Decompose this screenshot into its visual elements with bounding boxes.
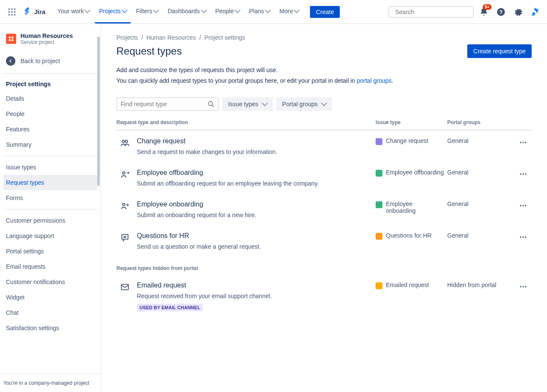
breadcrumb-item[interactable]: Projects (116, 34, 138, 41)
sidebar-item-language-support[interactable]: Language support (3, 228, 97, 244)
help-icon[interactable]: ? (494, 5, 508, 19)
nav-plans[interactable]: Plans (245, 0, 274, 23)
sidebar: Human Resources Service project Back to … (0, 24, 101, 392)
page-desc-2: You can quickly add request types to you… (116, 76, 532, 85)
issue-types-filter[interactable]: Issue types (222, 97, 273, 111)
sidebar-scrollbar[interactable] (96, 24, 101, 375)
chevron-down-icon (201, 7, 207, 13)
create-request-type-button[interactable]: Create request type (467, 44, 532, 58)
back-to-project[interactable]: Back to project (3, 52, 97, 70)
mail-icon (116, 282, 133, 292)
jira-logo[interactable]: Jira (20, 7, 48, 17)
back-arrow-icon (6, 56, 15, 66)
svg-point-7 (11, 14, 12, 15)
atlassian-icon[interactable] (528, 5, 542, 19)
nav-filters[interactable]: Filters (132, 0, 162, 23)
chevron-down-icon (262, 100, 268, 106)
more-actions-icon[interactable] (515, 137, 532, 148)
sidebar-item-summary[interactable]: Summary (3, 137, 97, 152)
svg-point-35 (522, 236, 524, 238)
issue-type-icon (376, 201, 382, 208)
request-type-row[interactable]: Employee offboarding Submit an offboardi… (116, 162, 532, 194)
sidebar-item-email-requests[interactable]: Email requests (3, 259, 97, 274)
breadcrumb: Projects/Human Resources/Project setting… (116, 34, 532, 41)
sidebar-item-portal-settings[interactable]: Portal settings (3, 244, 97, 259)
svg-rect-15 (9, 39, 11, 41)
sidebar-item-satisfaction-settings[interactable]: Satisfaction settings (3, 320, 97, 336)
svg-point-24 (123, 172, 125, 174)
sidebar-item-forms[interactable]: Forms (3, 190, 97, 206)
svg-point-30 (522, 205, 524, 206)
nav-your-work[interactable]: Your work (53, 0, 94, 23)
svg-point-21 (520, 142, 521, 143)
section-title: Project settings (3, 77, 97, 91)
issue-type: Change request (376, 137, 444, 145)
row-title: Change request (137, 137, 372, 145)
nav-people[interactable]: People (211, 0, 244, 23)
svg-point-23 (525, 142, 526, 143)
chat-icon (116, 232, 133, 242)
more-actions-icon[interactable] (515, 282, 532, 292)
sidebar-item-people[interactable]: People (3, 106, 97, 122)
create-button[interactable]: Create (310, 6, 340, 18)
svg-rect-14 (12, 37, 13, 38)
sidebar-item-widget[interactable]: Widget (3, 290, 97, 305)
sidebar-item-details[interactable]: Details (3, 91, 97, 106)
sidebar-item-chat[interactable]: Chat (3, 305, 97, 320)
request-type-row[interactable]: Questions for HR Send us a question or m… (116, 225, 532, 257)
sidebar-item-features[interactable]: Features (3, 122, 97, 137)
portal-groups-filter[interactable]: Portal groups (276, 97, 332, 111)
nav-more[interactable]: More (275, 0, 303, 23)
svg-point-0 (9, 8, 10, 9)
svg-point-19 (122, 140, 125, 143)
app-switcher-icon[interactable] (5, 5, 19, 19)
back-label: Back to project (20, 58, 60, 64)
search-input[interactable] (395, 9, 470, 15)
svg-text:?: ? (499, 9, 503, 15)
settings-icon[interactable] (511, 5, 525, 19)
svg-point-4 (11, 11, 12, 12)
issue-type-icon (376, 282, 382, 289)
chevron-down-icon (153, 7, 159, 13)
page-desc-1: Add and customize the types of requests … (116, 66, 532, 75)
find-request-type[interactable] (116, 97, 219, 111)
portal-groups-link[interactable]: portal groups (357, 77, 392, 84)
request-type-row[interactable]: Emailed request Request received from yo… (116, 275, 532, 318)
person-add-icon (116, 200, 133, 211)
sidebar-item-customer-notifications[interactable]: Customer notifications (3, 274, 97, 290)
col-issue-type: Issue type (376, 119, 444, 125)
sidebar-item-issue-types[interactable]: Issue types (3, 160, 97, 175)
notification-badge: 9+ (483, 4, 492, 10)
more-actions-icon[interactable] (515, 232, 532, 242)
sidebar-item-request-types[interactable]: Request types (3, 175, 97, 190)
email-channel-tag: USED BY EMAIL CHANNEL (137, 304, 203, 311)
chevron-down-icon (84, 7, 90, 13)
search-icon (208, 101, 214, 107)
chevron-down-icon (265, 7, 271, 13)
notifications-icon[interactable]: 9+ (477, 5, 491, 19)
more-actions-icon[interactable] (515, 200, 532, 211)
col-request-type: Request type and description (116, 119, 372, 125)
svg-point-36 (525, 236, 526, 238)
request-type-row[interactable]: Change request Send a request to make ch… (116, 131, 532, 162)
svg-point-27 (525, 173, 526, 174)
more-actions-icon[interactable] (515, 169, 532, 179)
people-icon (116, 137, 133, 148)
issue-type: Employee offboarding (376, 169, 444, 177)
breadcrumb-item[interactable]: Human Resources (146, 34, 196, 41)
chevron-down-icon (321, 100, 327, 106)
table-header: Request type and description Issue type … (116, 117, 532, 131)
find-input[interactable] (121, 101, 208, 107)
logo-text: Jira (34, 8, 46, 15)
breadcrumb-item[interactable]: Project settings (204, 34, 245, 41)
row-desc: Submit an offboarding request for an emp… (137, 180, 372, 187)
nav-dashboards[interactable]: Dashboards (163, 0, 210, 23)
svg-rect-13 (9, 37, 11, 38)
request-type-row[interactable]: Employee onboarding Submit an onboarding… (116, 194, 532, 225)
project-header[interactable]: Human Resources Service project (3, 32, 97, 52)
search-box[interactable] (388, 6, 474, 18)
svg-point-26 (522, 173, 524, 174)
svg-rect-16 (12, 39, 13, 41)
nav-projects[interactable]: Projects (95, 0, 131, 23)
sidebar-item-customer-permissions[interactable]: Customer permissions (3, 213, 97, 228)
